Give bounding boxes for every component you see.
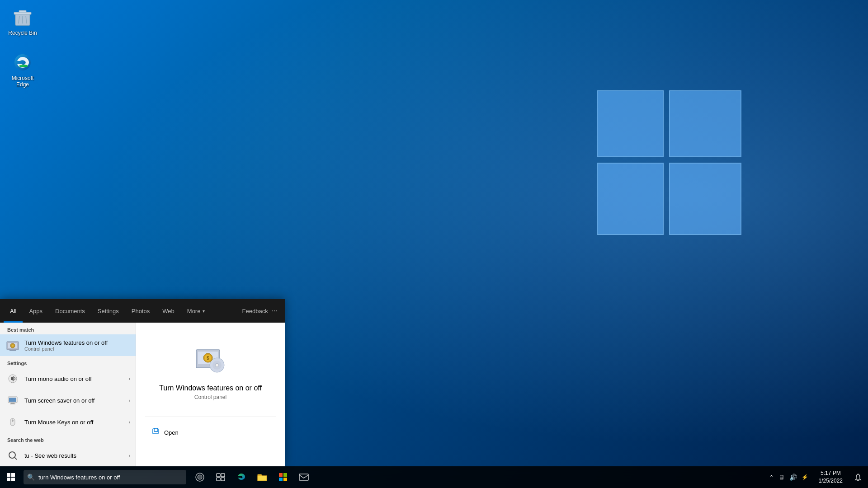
- show-hidden-icons-button[interactable]: ⌃: [768, 473, 775, 482]
- svg-rect-34: [7, 473, 10, 477]
- battery-icon[interactable]: ⚡: [800, 473, 810, 481]
- more-options-button[interactable]: ···: [268, 307, 281, 315]
- taskbar-search-input[interactable]: [38, 474, 183, 481]
- svg-point-39: [198, 475, 202, 479]
- svg-rect-13: [9, 350, 16, 351]
- search-web-icon: [5, 448, 20, 463]
- mouse-keys-item[interactable]: Turn Mouse Keys on or off ›: [0, 411, 136, 433]
- screen-saver-text: Turn screen saver on or off: [24, 397, 129, 404]
- edge-label: Microsoft Edge: [6, 75, 39, 88]
- mono-audio-item[interactable]: Turn mono audio on or off ›: [0, 368, 136, 389]
- svg-rect-2: [19, 10, 26, 13]
- svg-point-11: [12, 345, 14, 347]
- svg-line-23: [14, 457, 17, 460]
- mono-audio-icon: [5, 371, 20, 386]
- desktop-icon-edge[interactable]: Microsoft Edge: [5, 50, 41, 89]
- windows-features-icon: [5, 338, 20, 352]
- system-tray: ⌃ 🖥 🔊 ⚡: [764, 466, 813, 488]
- search-web-query: tu - See web results: [24, 452, 129, 459]
- svg-rect-43: [221, 478, 225, 481]
- best-match-item[interactable]: Turn Windows features on or off Control …: [0, 334, 136, 356]
- svg-rect-44: [258, 476, 267, 481]
- open-icon: [152, 428, 160, 437]
- svg-rect-16: [9, 398, 16, 402]
- mouse-keys-title: Turn Mouse Keys on or off: [24, 419, 129, 426]
- mouse-keys-icon: [5, 415, 20, 429]
- network-icon[interactable]: 🖥: [777, 473, 786, 482]
- svg-rect-47: [279, 478, 283, 481]
- search-left-panel: Best match Turn Windows featu: [0, 323, 136, 466]
- mono-audio-title: Turn mono audio on or off: [24, 375, 129, 382]
- tab-web[interactable]: Web: [156, 299, 181, 323]
- recycle-bin-label: Recycle Bin: [8, 30, 37, 36]
- desktop-icon-recycle-bin[interactable]: Recycle Bin: [5, 5, 41, 38]
- search-right-panel: $ Turn Windows features on or off Contro…: [136, 323, 285, 466]
- search-panel: All Apps Documents Settings Photos Web M…: [0, 299, 285, 466]
- svg-point-21: [12, 420, 14, 422]
- desktop-windows-logo: [597, 90, 741, 235]
- screen-saver-item[interactable]: Turn screen saver on or off ›: [0, 389, 136, 411]
- screen-saver-arrow: ›: [129, 398, 130, 403]
- mouse-keys-arrow: ›: [129, 420, 130, 425]
- svg-rect-40: [217, 474, 220, 477]
- svg-text:$: $: [207, 356, 209, 361]
- taskbar-explorer-button[interactable]: [252, 466, 272, 488]
- svg-rect-45: [279, 473, 283, 477]
- taskbar: 🔍: [0, 466, 868, 488]
- taskbar-cortana-button[interactable]: [190, 466, 210, 488]
- open-label: Open: [164, 429, 179, 436]
- svg-point-28: [215, 363, 219, 367]
- svg-rect-48: [283, 478, 287, 481]
- search-right-content: $ Turn Windows features on or off Contro…: [136, 323, 285, 450]
- time-display: 5:17 PM: [821, 469, 841, 477]
- right-panel-subtitle: Control panel: [194, 394, 226, 400]
- svg-rect-46: [283, 473, 287, 477]
- tab-photos[interactable]: Photos: [125, 299, 156, 323]
- control-panel-icon: $: [193, 341, 229, 377]
- open-action[interactable]: Open: [145, 424, 276, 441]
- date-display: 1/25/2022: [819, 477, 843, 485]
- svg-rect-41: [221, 474, 225, 477]
- search-web-text: tu - See web results: [24, 452, 129, 459]
- taskbar-right: ⌃ 🖥 🔊 ⚡ 5:17 PM 1/25/2022: [764, 466, 868, 488]
- recycle-bin-icon: [12, 6, 33, 28]
- notification-center-button[interactable]: [848, 466, 868, 488]
- screen-saver-title: Turn screen saver on or off: [24, 397, 129, 404]
- tab-settings[interactable]: Settings: [91, 299, 125, 323]
- svg-rect-17: [11, 403, 14, 404]
- taskbar-app-icons: [190, 466, 314, 488]
- search-content: Best match Turn Windows featu: [0, 323, 285, 466]
- right-panel-title: Turn Windows features on or off: [159, 384, 262, 392]
- taskbar-task-view-button[interactable]: [211, 466, 231, 488]
- search-web-label: Search the web: [0, 433, 136, 445]
- svg-rect-49: [299, 474, 308, 480]
- tab-more[interactable]: More ▾: [181, 299, 212, 323]
- taskbar-edge-button[interactable]: [231, 466, 251, 488]
- svg-rect-36: [7, 478, 10, 481]
- feedback-tab[interactable]: Feedback: [242, 308, 268, 314]
- desktop: Recycle Bin Microsoft Ed: [0, 0, 868, 488]
- search-tabs: All Apps Documents Settings Photos Web M…: [0, 299, 285, 323]
- right-panel-divider: [145, 417, 276, 417]
- tab-apps[interactable]: Apps: [23, 299, 49, 323]
- tab-documents[interactable]: Documents: [49, 299, 91, 323]
- taskbar-mail-button[interactable]: [294, 466, 314, 488]
- taskbar-search-icon: 🔍: [27, 474, 35, 481]
- svg-rect-42: [217, 478, 220, 481]
- start-button[interactable]: [0, 466, 22, 488]
- tab-all[interactable]: All: [4, 299, 23, 323]
- mono-audio-arrow: ›: [129, 376, 130, 381]
- mouse-keys-text: Turn Mouse Keys on or off: [24, 419, 129, 426]
- chevron-down-icon: ▾: [203, 309, 205, 314]
- best-match-subtitle: Control panel: [24, 346, 130, 352]
- screen-saver-icon: [5, 393, 20, 408]
- search-web-item[interactable]: tu - See web results ›: [0, 445, 136, 466]
- clock[interactable]: 5:17 PM 1/25/2022: [813, 466, 848, 488]
- svg-rect-35: [11, 473, 15, 477]
- mono-audio-text: Turn mono audio on or off: [24, 375, 129, 382]
- volume-icon[interactable]: 🔊: [788, 473, 798, 482]
- best-match-title: Turn Windows features on or off: [24, 339, 130, 346]
- taskbar-store-button[interactable]: [273, 466, 293, 488]
- taskbar-search-box[interactable]: 🔍: [24, 470, 186, 484]
- best-match-text: Turn Windows features on or off Control …: [24, 339, 130, 352]
